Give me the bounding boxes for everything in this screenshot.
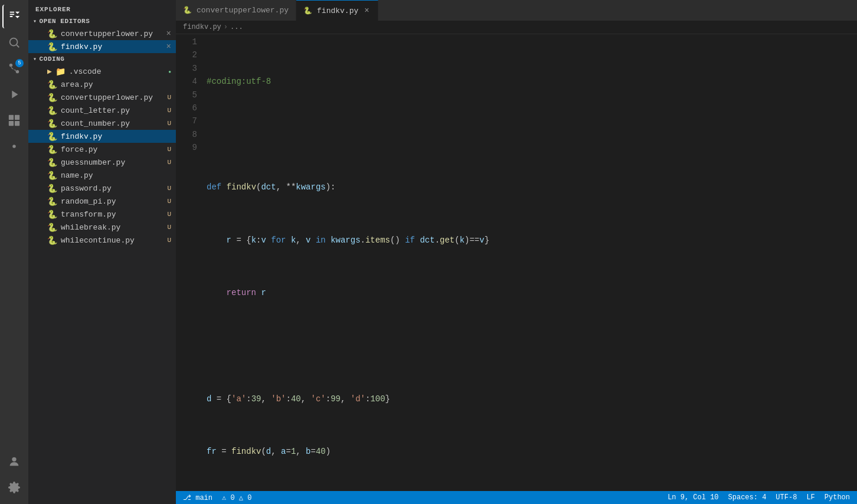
- python-icon: 🐍: [47, 119, 57, 129]
- extensions-icon[interactable]: [2, 109, 26, 132]
- close-icon[interactable]: ×: [166, 42, 171, 51]
- breadcrumb-file: findkv.py: [183, 23, 221, 31]
- file-count-number-name: count_number.py: [61, 119, 163, 128]
- modified-badge: U: [167, 211, 171, 218]
- open-editors-section[interactable]: ▾ OPEN EDITORS: [28, 15, 176, 27]
- file-password[interactable]: 🐍 password.py U: [28, 182, 176, 195]
- account-icon[interactable]: [2, 450, 26, 473]
- python-icon: 🐍: [47, 145, 57, 155]
- sidebar: EXPLORER ▾ OPEN EDITORS 🐍 convertupperlo…: [28, 0, 176, 504]
- keyword-for: for: [271, 235, 286, 245]
- file-area[interactable]: 🐍 area.py: [28, 78, 176, 91]
- code-line-1: #coding:utf-8: [207, 75, 857, 88]
- file-transform[interactable]: 🐍 transform.py U: [28, 208, 176, 221]
- code-line-8: fr = findkv(d, a=1, b=40): [207, 445, 857, 458]
- file-whilecontinue-name: whilecontinue.py: [61, 236, 163, 245]
- breadcrumb: findkv.py › ...: [176, 21, 857, 34]
- file-list: ▶ 📁 .vscode ● 🐍 area.py 🐍 convertupperlo…: [28, 65, 176, 504]
- python-icon: 🐍: [47, 106, 57, 116]
- file-convertupperlower[interactable]: 🐍 convertupperlower.py U: [28, 91, 176, 104]
- file-whilecontinue[interactable]: 🐍 whilecontinue.py U: [28, 234, 176, 247]
- file-whilebreak[interactable]: 🐍 whilebreak.py U: [28, 221, 176, 234]
- run-debug-icon[interactable]: [2, 83, 26, 106]
- coding-folder-label: CODING: [40, 55, 65, 63]
- code-line-4: r = {k:v for k, v in kwargs.items() if d…: [207, 234, 857, 247]
- code-line-3: def findkv(dct, **kwargs):: [207, 181, 857, 194]
- var-r2: r: [261, 288, 266, 297]
- explorer-header: EXPLORER: [28, 0, 176, 15]
- tab-convertupperlower[interactable]: 🐍 convertupperlower.py: [176, 0, 296, 21]
- file-transform-name: transform.py: [61, 210, 163, 219]
- kwarg-b: b: [306, 447, 310, 456]
- file-whilebreak-name: whilebreak.py: [61, 223, 163, 232]
- explorer-icon[interactable]: [2, 5, 26, 28]
- tab-close-button[interactable]: ×: [363, 6, 370, 15]
- var-k3: k: [460, 235, 465, 245]
- status-eol: LF: [806, 493, 815, 502]
- settings-icon[interactable]: [2, 476, 26, 499]
- source-control-badge: 5: [15, 59, 24, 67]
- file-count-letter[interactable]: 🐍 count_letter.py U: [28, 104, 176, 117]
- modified-badge: U: [167, 94, 171, 101]
- status-right: Ln 9, Col 10 Spaces: 4 UTF-8 LF Python: [668, 493, 850, 502]
- file-guessnumber[interactable]: 🐍 guessnumber.py U: [28, 156, 176, 169]
- file-vscode[interactable]: ▶ 📁 .vscode ●: [28, 65, 176, 78]
- folder-icon: ▶: [47, 67, 52, 76]
- fn-findkv-call: findkv: [231, 447, 261, 456]
- breadcrumb-symbol: ...: [230, 23, 243, 31]
- folder-vscode-icon: 📁: [55, 67, 66, 77]
- svg-line-1: [17, 45, 19, 47]
- git-dot: ●: [168, 69, 171, 74]
- main-area: 🐍 convertupperlower.py 🐍 findkv.py × fin…: [176, 0, 857, 504]
- str-c: 'c': [311, 394, 326, 404]
- modified-badge: U: [167, 120, 171, 127]
- close-icon[interactable]: ×: [166, 29, 171, 38]
- remote-icon[interactable]: [2, 135, 26, 158]
- modified-badge: U: [167, 146, 171, 153]
- file-count-number[interactable]: 🐍 count_number.py U: [28, 117, 176, 130]
- source-control-icon[interactable]: 5: [2, 57, 26, 80]
- file-name[interactable]: 🐍 name.py: [28, 169, 176, 182]
- python-icon: 🐍: [47, 42, 57, 52]
- method-get: get: [440, 235, 454, 245]
- svg-point-3: [17, 71, 19, 73]
- keyword-in: in: [316, 235, 326, 245]
- code-content: #coding:utf-8 def findkv(dct, **kwargs):…: [204, 34, 857, 491]
- tab-findkv[interactable]: 🐍 findkv.py ×: [296, 0, 378, 21]
- file-random-pi[interactable]: 🐍 random_pi.py U: [28, 195, 176, 208]
- tab-python-icon: 🐍: [183, 6, 192, 15]
- function-name: findkv: [227, 182, 256, 192]
- open-editor-convertupperlower[interactable]: 🐍 convertupperlower.py ×: [28, 27, 176, 40]
- file-vscode-name: .vscode: [69, 67, 165, 76]
- python-icon: 🐍: [47, 171, 57, 181]
- str-d: 'd': [351, 394, 365, 404]
- keyword-def: def: [207, 182, 221, 192]
- str-b: 'b': [271, 394, 286, 404]
- status-errors: ⚠ 0 △ 0: [222, 493, 251, 502]
- python-icon: 🐍: [47, 235, 57, 246]
- tab-findkv-label: findkv.py: [317, 6, 358, 15]
- python-icon: 🐍: [47, 29, 57, 39]
- num-99: 99: [331, 394, 341, 404]
- open-editors-list: 🐍 convertupperlower.py × 🐍 findkv.py ×: [28, 27, 176, 53]
- keyword-return: return: [227, 288, 256, 297]
- file-area-name: area.py: [61, 80, 171, 89]
- var-k: k: [251, 235, 256, 245]
- code-line-6: [207, 339, 857, 352]
- file-convertupperlower-name: convertupperlower.py: [61, 93, 163, 102]
- svg-rect-5: [15, 115, 19, 120]
- param-kwargs: kwargs: [296, 182, 325, 192]
- python-icon: 🐍: [47, 184, 57, 194]
- file-findkv[interactable]: 🐍 findkv.py: [28, 130, 176, 143]
- file-force[interactable]: 🐍 force.py U: [28, 143, 176, 156]
- code-editor[interactable]: 1 2 3 4 5 6 7 8 9 #coding:utf-8 def find…: [176, 34, 857, 491]
- open-editors-label: OPEN EDITORS: [40, 18, 90, 25]
- status-bar: ⎇ main ⚠ 0 △ 0 Ln 9, Col 10 Spaces: 4 UT…: [176, 491, 857, 504]
- python-icon: 🐍: [47, 80, 57, 90]
- tab-python-icon: 🐍: [303, 6, 312, 15]
- search-icon[interactable]: [2, 31, 26, 54]
- var-d2: d: [266, 447, 271, 456]
- open-editor-findkv[interactable]: 🐍 findkv.py ×: [28, 40, 176, 53]
- coding-folder-section[interactable]: ▾ CODING: [28, 53, 176, 65]
- file-guessnumber-name: guessnumber.py: [61, 158, 163, 167]
